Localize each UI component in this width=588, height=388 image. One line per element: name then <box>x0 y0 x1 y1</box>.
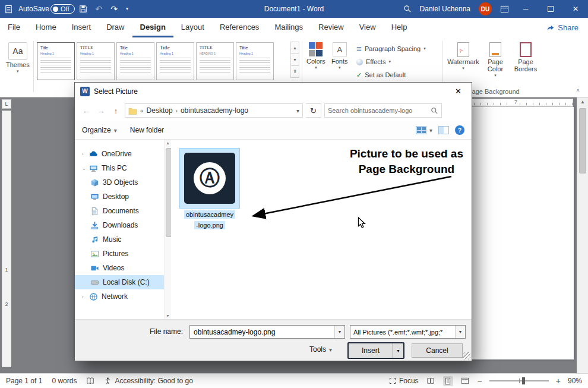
vertical-scrollbar[interactable]: ▲ <box>577 97 588 373</box>
expander-icon[interactable]: › <box>82 152 87 157</box>
scroll-up-icon[interactable]: ▲ <box>165 141 171 145</box>
style-set-item[interactable]: Title Heading 1 <box>116 42 154 80</box>
zoom-slider-thumb[interactable] <box>522 377 525 384</box>
resize-grip[interactable] <box>463 352 470 359</box>
breadcrumb-folder[interactable]: obintusacademy-logo <box>181 106 248 115</box>
autosave-toggle[interactable]: Off <box>50 4 74 14</box>
sidebar-item-network[interactable]: › Network <box>75 289 164 304</box>
account-button[interactable]: DU <box>475 0 496 18</box>
forward-button[interactable]: → <box>95 106 107 115</box>
fonts-button[interactable]: A Fonts ▾ <box>331 42 348 70</box>
new-folder-button[interactable]: New folder <box>130 126 164 134</box>
sidebar-item-pictures[interactable]: Pictures <box>75 247 164 261</box>
quick-access-menu-button[interactable]: ▾ <box>122 0 132 18</box>
style-set-item[interactable]: Title Heading 1 <box>156 42 194 80</box>
up-button[interactable]: ↑ <box>110 106 122 115</box>
page-color-button[interactable]: Page Color ▾ <box>482 42 508 77</box>
ribbon-display-options-button[interactable] <box>496 0 513 18</box>
zoom-out-button[interactable]: − <box>478 376 482 386</box>
colors-button[interactable]: Colors ▾ <box>306 42 325 70</box>
tab-layout[interactable]: Layout <box>173 18 212 37</box>
sidebar-item-local-disk-c[interactable]: Local Disk (C:) <box>75 275 164 289</box>
effects-button[interactable]: Effects ▾ <box>356 56 391 68</box>
file-list-area[interactable]: Ⓐ obintusacadmey -logo.png Picture to be… <box>171 140 472 319</box>
sidebar-item-videos[interactable]: Videos <box>75 261 164 275</box>
proofing-button[interactable] <box>86 377 94 385</box>
vertical-ruler[interactable]: 1 2 <box>2 111 11 367</box>
sidebar-item-onedrive[interactable]: › OneDrive <box>75 147 164 161</box>
read-mode-button[interactable] <box>426 376 436 386</box>
tab-selector[interactable]: L <box>2 99 11 109</box>
page-number-indicator[interactable]: Page 1 of 1 <box>6 377 42 385</box>
share-button[interactable]: Share <box>537 18 588 37</box>
style-set-item[interactable]: TITLE HEADING 1 <box>196 42 234 80</box>
combo-dropdown-button[interactable]: ▼ <box>334 326 344 338</box>
breadcrumb-overflow-icon[interactable]: « <box>140 108 144 114</box>
close-button[interactable]: ✕ <box>563 0 588 18</box>
tab-references[interactable]: References <box>212 18 267 37</box>
insert-split-button[interactable]: Insert ▼ <box>347 342 404 359</box>
refresh-button[interactable]: ↻ <box>306 103 321 118</box>
app-icon[interactable] <box>0 0 17 18</box>
tab-design[interactable]: Design <box>132 18 173 37</box>
scrollbar-thumb[interactable] <box>579 108 586 174</box>
tab-file[interactable]: File <box>0 18 28 37</box>
file-name-input[interactable] <box>190 326 334 338</box>
paragraph-spacing-button[interactable]: ☰ Paragraph Spacing ▾ <box>356 43 426 55</box>
web-layout-button[interactable] <box>460 376 470 386</box>
accessibility-checker[interactable]: Accessibility: Good to go <box>104 377 192 385</box>
minimize-button[interactable]: ─ <box>513 0 538 18</box>
tools-button[interactable]: Tools ▾ <box>309 345 332 354</box>
watermark-button[interactable]: A Watermark ▾ <box>448 42 479 70</box>
themes-button[interactable]: Aa Themes ▾ <box>6 42 30 73</box>
sidebar-item-desktop[interactable]: Desktop <box>75 190 164 204</box>
collapse-ribbon-button[interactable]: ^ <box>573 87 583 96</box>
zoom-slider[interactable] <box>489 380 549 381</box>
search-input[interactable] <box>328 107 431 114</box>
expander-icon[interactable]: › <box>82 294 87 299</box>
zoom-level[interactable]: 90% <box>568 377 582 385</box>
page-borders-button[interactable]: Page Borders <box>512 42 539 72</box>
tab-draw[interactable]: Draw <box>99 18 132 37</box>
zoom-in-button[interactable]: + <box>556 376 561 386</box>
search-button[interactable] <box>399 0 416 18</box>
set-as-default-button[interactable]: ✓ Set as Default <box>356 69 406 81</box>
gallery-scroll-up-button[interactable]: ▲ <box>290 42 299 54</box>
tab-view[interactable]: View <box>352 18 384 37</box>
file-item-logo[interactable]: Ⓐ obintusacadmey -logo.png <box>178 148 241 230</box>
user-name[interactable]: Daniel Uchenna <box>416 0 475 18</box>
breadcrumb-desktop[interactable]: Desktop <box>147 106 173 115</box>
word-count-indicator[interactable]: 0 words <box>52 377 77 385</box>
back-button[interactable]: ← <box>80 106 92 115</box>
sidebar-item-this-pc[interactable]: ⌄ This PC <box>75 161 164 175</box>
sidebar-item-music[interactable]: Music <box>75 232 164 247</box>
style-set-item[interactable]: Title Heading 1 <box>236 42 274 80</box>
sidebar-item-downloads[interactable]: Downloads <box>75 218 164 232</box>
scroll-up-icon[interactable]: ▲ <box>577 97 588 105</box>
view-mode-button[interactable]: ▾ <box>416 126 432 134</box>
gallery-more-button[interactable]: ⊽ <box>290 65 299 78</box>
redo-button[interactable]: ↷ <box>106 0 122 18</box>
insert-button[interactable]: Insert <box>349 343 393 358</box>
tab-help[interactable]: Help <box>384 18 415 37</box>
dialog-close-button[interactable]: ✕ <box>445 83 472 100</box>
focus-mode-button[interactable]: Focus <box>389 377 419 385</box>
maximize-button[interactable] <box>538 0 563 18</box>
tab-review[interactable]: Review <box>311 18 352 37</box>
tab-home[interactable]: Home <box>28 18 64 37</box>
sidebar-item-3d-objects[interactable]: 3D Objects <box>75 175 164 190</box>
organize-button[interactable]: Organize ▾ <box>82 126 117 134</box>
tab-insert[interactable]: Insert <box>64 18 99 37</box>
navigation-pane-scrollbar[interactable]: ▲ ▼ <box>164 140 171 319</box>
style-set-item[interactable]: TITLE Heading 1 <box>77 42 115 80</box>
gallery-scroll-down-button[interactable]: ▼ <box>290 53 299 66</box>
style-set-item[interactable]: Title Heading 1 <box>37 42 75 80</box>
expander-icon[interactable]: ⌄ <box>82 166 87 171</box>
print-layout-button[interactable] <box>443 376 453 386</box>
undo-button[interactable]: ↶ <box>91 0 107 18</box>
scroll-down-icon[interactable]: ▼ <box>165 314 171 318</box>
save-button[interactable] <box>75 0 91 18</box>
breadcrumb[interactable]: « Desktop › obintusacademy-logo ▾ <box>125 103 303 118</box>
insert-dropdown-button[interactable]: ▼ <box>393 343 403 358</box>
sidebar-item-documents[interactable]: Documents <box>75 204 164 218</box>
